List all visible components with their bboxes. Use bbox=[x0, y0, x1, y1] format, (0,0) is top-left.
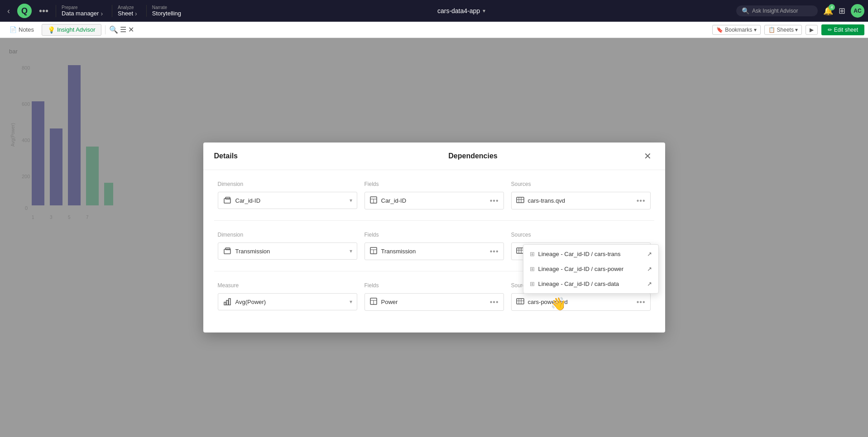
search-icon: 🔍 bbox=[742, 7, 749, 14]
lineage-external-icon-2: ↗ bbox=[647, 266, 652, 272]
sheets-label: Sheets ▾ bbox=[777, 27, 798, 33]
source-item-1: cars-trans.qvd ••• bbox=[511, 192, 651, 209]
dimension-select-1[interactable]: Car_id-ID ▾ bbox=[218, 192, 357, 209]
lineage-item-1[interactable]: ⊞ Lineage - Car_id-ID / cars-trans ↗ bbox=[523, 247, 658, 261]
tab-insight-advisor[interactable]: 💡 Insight Advisor bbox=[42, 24, 101, 36]
lineage-item-3[interactable]: ⊞ Lineage - Car_id-ID / cars-data ↗ bbox=[523, 276, 658, 291]
notifications-button[interactable]: 🔔 4 bbox=[823, 6, 833, 16]
nav-back-button[interactable]: ‹ bbox=[4, 5, 14, 18]
table-icon-3 bbox=[369, 297, 378, 305]
field-table-icon-3 bbox=[369, 297, 378, 307]
nav-right: 🔍 Ask Insight Advisor 🔔 4 ⊞ AC bbox=[736, 4, 864, 18]
app-title-caret-icon: ▾ bbox=[483, 8, 485, 14]
nav-section-narrate-main[interactable]: Storytelling bbox=[152, 10, 181, 17]
dimension-icon-2 bbox=[223, 247, 232, 256]
measure-icon-svg bbox=[223, 298, 231, 306]
lineage-external-icon-1: ↗ bbox=[647, 251, 652, 257]
modal-body: Dimension Car_id-ID ▾ Fields bbox=[203, 170, 665, 332]
clear-toolbar-button[interactable]: ✕ bbox=[128, 25, 134, 34]
qlik-logo-circle: Q bbox=[17, 4, 32, 18]
qlik-q-letter: Q bbox=[21, 6, 28, 16]
source-more-button-1[interactable]: ••• bbox=[637, 197, 646, 205]
nav-section-analyze: Analyze Sheet › bbox=[112, 5, 143, 17]
sources-label-2: Sources bbox=[511, 232, 651, 238]
selection-toolbar-button[interactable]: ☰ bbox=[120, 25, 126, 34]
measure-select-3[interactable]: Avg(Power) ▾ bbox=[218, 293, 357, 310]
dep-row-1: Dimension Car_id-ID ▾ Fields bbox=[214, 181, 654, 221]
nav-section-analyze-main[interactable]: Sheet bbox=[118, 10, 133, 17]
source-grid-icon-3 bbox=[516, 297, 524, 305]
field-table-icon-2 bbox=[369, 247, 378, 256]
dep-col-measure-3: Measure Avg(Power) ▾ bbox=[214, 282, 361, 311]
second-nav-right: 🔖 Bookmarks ▾ 📋 Sheets ▾ ▶ ✏ Edit sheet bbox=[712, 24, 864, 35]
bookmarks-label: Bookmarks ▾ bbox=[725, 27, 756, 33]
notification-badge: 4 bbox=[829, 4, 835, 10]
lineage-item-text-3: Lineage - Car_id-ID / cars-data bbox=[538, 280, 643, 287]
edit-sheet-button[interactable]: ✏ Edit sheet bbox=[821, 24, 864, 35]
nav-prepare-arrow: › bbox=[101, 10, 103, 17]
field-more-button-3[interactable]: ••• bbox=[490, 298, 499, 306]
nav-section-narrate: Narrate Storytelling bbox=[146, 5, 187, 17]
ask-insight-search-box[interactable]: 🔍 Ask Insight Advisor bbox=[736, 5, 818, 16]
source-more-button-3[interactable]: ••• bbox=[637, 298, 646, 306]
sheets-icon: 📋 bbox=[768, 27, 775, 33]
dimension-select-2[interactable]: Transmission ▾ bbox=[218, 242, 357, 260]
tab-notes[interactable]: 📄 Notes bbox=[4, 24, 40, 35]
search-toolbar-button[interactable]: 🔍 bbox=[109, 25, 118, 34]
dimension-icon-1 bbox=[223, 196, 232, 205]
field-item-2: Transmission ••• bbox=[364, 242, 504, 260]
fields-label-2: Fields bbox=[364, 232, 504, 238]
measure-label-3: Measure bbox=[218, 282, 357, 289]
field-more-button-2[interactable]: ••• bbox=[490, 247, 499, 256]
svg-rect-39 bbox=[517, 299, 524, 304]
bookmarks-button[interactable]: 🔖 Bookmarks ▾ bbox=[712, 25, 760, 35]
nav-section-prepare: Prepare Data manager › bbox=[56, 5, 108, 17]
second-nav-bar: 📄 Notes 💡 Insight Advisor 🔍 ☰ ✕ 🔖 Bookma… bbox=[0, 22, 868, 38]
lineage-item-text-1: Lineage - Car_id-ID / cars-trans bbox=[538, 251, 643, 257]
lineage-item-text-2: Lineage - Car_id-ID / cars-power bbox=[538, 266, 643, 272]
source-item-3: cars-power.qvd ••• bbox=[511, 293, 651, 311]
nav-more-button[interactable]: ••• bbox=[35, 4, 52, 18]
dimension-label-1: Dimension bbox=[218, 181, 357, 187]
source-table-icon-1 bbox=[516, 196, 524, 205]
field-value-3: Power bbox=[381, 299, 486, 305]
play-icon: ▶ bbox=[810, 27, 814, 33]
measure-icon-3 bbox=[223, 297, 232, 306]
fields-label-1: Fields bbox=[364, 181, 504, 187]
nav-section-prepare-main[interactable]: Data manager bbox=[62, 10, 99, 17]
modal-dependencies-title: Dependencies bbox=[305, 152, 642, 160]
lineage-item-2[interactable]: ⊞ Lineage - Car_id-ID / cars-power ↗ bbox=[523, 261, 658, 276]
apps-grid-button[interactable]: ⊞ bbox=[839, 6, 845, 16]
source-grid-icon bbox=[516, 196, 524, 204]
bookmark-icon: 🔖 bbox=[716, 27, 723, 33]
app-title-text: cars-data4-app bbox=[437, 7, 480, 14]
table-icon-2 bbox=[369, 247, 378, 255]
notes-icon: 📄 bbox=[10, 26, 17, 33]
lineage-external-icon-3: ↗ bbox=[647, 280, 652, 287]
field-item-1: Car_id-ID ••• bbox=[364, 192, 504, 209]
lineage-link-icon-2: ⊞ bbox=[530, 266, 535, 272]
dep-col-dimension-2: Dimension Transmission ▾ bbox=[214, 232, 361, 260]
qlik-logo[interactable]: Q bbox=[17, 4, 32, 18]
field-more-button-1[interactable]: ••• bbox=[490, 197, 499, 205]
lineage-link-icon-3: ⊞ bbox=[530, 280, 535, 287]
lineage-link-icon-1: ⊞ bbox=[530, 251, 535, 257]
app-title[interactable]: cars-data4-app ▾ bbox=[437, 7, 485, 14]
dep-col-fields-2: Fields Transmission ••• bbox=[361, 232, 508, 260]
user-avatar[interactable]: AC bbox=[851, 4, 864, 18]
svg-rect-16 bbox=[225, 197, 230, 199]
cube-icon bbox=[223, 196, 231, 204]
sources-label-1: Sources bbox=[511, 181, 651, 187]
dimension-caret-icon-2: ▾ bbox=[350, 248, 352, 254]
dimension-caret-icon-1: ▾ bbox=[350, 197, 352, 204]
svg-rect-35 bbox=[229, 299, 230, 305]
source-value-3: cars-power.qvd bbox=[528, 299, 633, 305]
nav-analyze-arrow: › bbox=[135, 10, 137, 17]
sheets-button[interactable]: 📋 Sheets ▾ bbox=[764, 25, 802, 35]
modal-close-button[interactable]: ✕ bbox=[642, 150, 654, 162]
play-button[interactable]: ▶ bbox=[806, 25, 818, 35]
nav-section-analyze-sub: Analyze bbox=[118, 5, 137, 10]
lineage-popup: ⊞ Lineage - Car_id-ID / cars-trans ↗ ⊞ L… bbox=[523, 244, 659, 294]
svg-rect-25 bbox=[225, 248, 230, 250]
nav-divider bbox=[105, 25, 106, 34]
